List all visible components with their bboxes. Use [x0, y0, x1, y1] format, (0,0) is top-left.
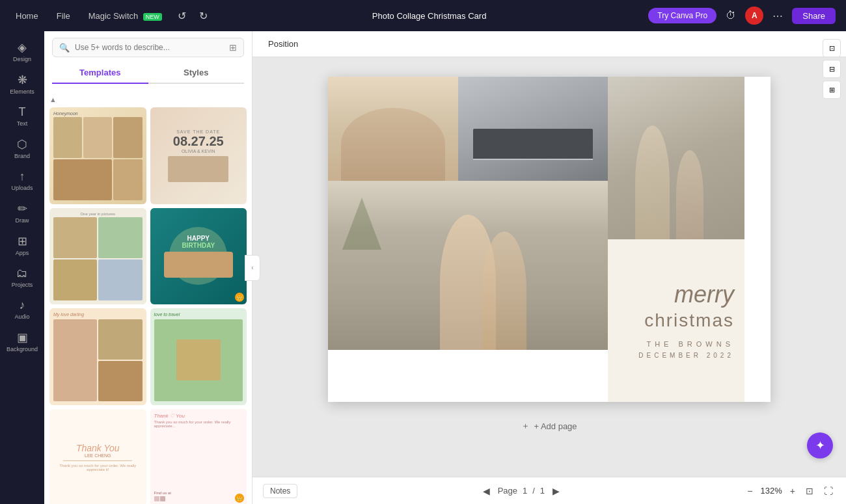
- text-icon: T: [19, 105, 26, 119]
- panel-wrapper: 🔍 ⊞ Templates Styles ▲ Honeymoo: [44, 31, 252, 504]
- panel-header: 🔍 ⊞ Templates Styles: [44, 31, 252, 88]
- sidebar-item-brand[interactable]: ⬡ Brand: [3, 133, 42, 163]
- uploads-icon: ↑: [20, 170, 25, 183]
- template-item[interactable]: Thank ♡ You Thank you so much for your o…: [150, 409, 247, 505]
- template-item[interactable]: love to travel: [150, 308, 247, 405]
- bottom-right: − 132% + ⊡ ⛶: [744, 483, 836, 499]
- top-bar: Home File Magic Switch NEW ↺ ↻ Photo Col…: [0, 0, 846, 31]
- top-bar-left: Home File Magic Switch NEW ↺ ↻: [10, 7, 210, 25]
- canvas-side-actions: ⊡ ⊟ ⊞: [823, 57, 841, 99]
- sidebar-item-design[interactable]: ◈ Design: [3, 36, 42, 66]
- right-column: merry christmas THE BROWNS DECEMBER 2022: [608, 77, 744, 402]
- magic-switch-button[interactable]: Magic Switch NEW: [83, 8, 167, 23]
- main-layout: ◈ Design ❋ Elements T Text ⬡ Brand ↑ Upl…: [0, 31, 846, 504]
- sidebar-item-background[interactable]: ▣ Background: [3, 326, 42, 356]
- sidebar-item-uploads[interactable]: ↑ Uploads: [3, 166, 42, 195]
- panel-tabs: Templates Styles: [52, 62, 244, 84]
- notes-button[interactable]: Notes: [263, 484, 297, 498]
- canvas-toolbar: Position: [252, 31, 846, 57]
- brand-icon: ⬡: [17, 137, 27, 152]
- canvas-pages: merry christmas THE BROWNS DECEMBER 2022…: [328, 77, 771, 440]
- background-icon: ▣: [17, 330, 28, 345]
- page-current: 1: [523, 486, 527, 496]
- next-page-button[interactable]: ▶: [550, 483, 562, 499]
- fullscreen-button[interactable]: ⛶: [821, 483, 836, 499]
- prev-page-button[interactable]: ◀: [480, 483, 493, 499]
- template-item[interactable]: Thank You LEE CHENG Thank you so much fo…: [49, 409, 146, 505]
- draw-icon: ✏: [18, 202, 27, 216]
- avatar: A: [745, 7, 763, 25]
- sidebar-item-text[interactable]: T Text: [3, 101, 42, 131]
- sidebar-item-draw[interactable]: ✏ Draw: [3, 198, 42, 228]
- bottom-toolbar: Notes ◀ Page 1 / 1 ▶ − 132% + ⊡ ⛶: [252, 477, 846, 504]
- photo-right-top: [608, 77, 744, 239]
- template-item[interactable]: My love darling: [49, 308, 146, 405]
- tab-styles[interactable]: Styles: [148, 62, 245, 84]
- home-button[interactable]: Home: [10, 8, 44, 23]
- search-input[interactable]: [75, 43, 224, 52]
- hide-panel-button[interactable]: ‹: [245, 255, 260, 281]
- elements-icon: ❋: [18, 73, 27, 87]
- design-title: Photo Collage Christmas Card: [372, 11, 487, 21]
- share-button[interactable]: Share: [792, 8, 836, 24]
- template-item[interactable]: SAVE THE DATE 08.27.25 OLIVIA & KEVIN: [150, 107, 247, 204]
- design-icon: ◈: [18, 40, 27, 55]
- premium-badge: 👑: [235, 293, 244, 302]
- sidebar-item-apps[interactable]: ⊞ Apps: [3, 230, 42, 260]
- more-button[interactable]: ⋯: [770, 7, 785, 25]
- search-bar: 🔍 ⊞: [52, 38, 244, 57]
- redo-button[interactable]: ↻: [197, 7, 210, 25]
- search-settings-button[interactable]: ⊞: [229, 42, 237, 53]
- sidebar-item-audio[interactable]: ♪ Audio: [3, 295, 42, 324]
- fit-screen-button[interactable]: ⊡: [803, 483, 816, 499]
- canvas-area: Position ⊡ ⊟ ⊞: [252, 31, 846, 504]
- try-pro-button[interactable]: Try Canva Pro: [648, 8, 716, 23]
- card-canvas: merry christmas THE BROWNS DECEMBER 2022: [328, 77, 771, 402]
- audio-icon: ♪: [20, 298, 25, 312]
- tab-templates[interactable]: Templates: [52, 62, 148, 84]
- merry-text: merry: [618, 283, 734, 306]
- top-bar-right: Try Canva Pro ⏱ A ⋯ Share: [648, 7, 836, 25]
- canvas-scroll[interactable]: ⊡ ⊟ ⊞: [252, 57, 846, 477]
- search-icon: 🔍: [59, 43, 70, 53]
- projects-icon: 🗂: [16, 267, 28, 280]
- template-item[interactable]: Honeymoon: [49, 107, 146, 204]
- card-text-area: merry christmas THE BROWNS DECEMBER 2022: [608, 239, 744, 402]
- page-indicator: ◀ Page 1 / 1 ▶: [480, 483, 562, 499]
- panel-section-header: ▲: [49, 93, 247, 107]
- photo-christmas-tree: [328, 181, 608, 350]
- icon-sidebar: ◈ Design ❋ Elements T Text ⬡ Brand ↑ Upl…: [0, 31, 44, 504]
- page-separator: /: [532, 486, 535, 496]
- plus-icon: ＋: [521, 420, 530, 432]
- templates-panel: 🔍 ⊞ Templates Styles ▲ Honeymoo: [44, 31, 252, 504]
- template-grid-container: ▲ Honeymoon: [44, 88, 252, 504]
- bottom-left: Notes: [263, 484, 297, 498]
- canva-assistant-button[interactable]: ✦: [807, 432, 833, 458]
- position-button[interactable]: Position: [263, 36, 303, 51]
- magic-switch-badge: NEW: [143, 13, 162, 21]
- canvas-action-3[interactable]: ⊞: [823, 81, 841, 99]
- timer-button[interactable]: ⏱: [723, 7, 739, 24]
- apps-icon: ⊞: [18, 234, 27, 248]
- date-text: DECEMBER 2022: [618, 352, 734, 359]
- christmas-text: christmas: [618, 310, 734, 331]
- photo-piano: [458, 77, 608, 181]
- photo-family-sitting: [328, 77, 458, 181]
- template-grid: Honeymoon SAVE THE DAT: [49, 107, 247, 504]
- template-item[interactable]: One year in pictures: [49, 208, 146, 305]
- undo-button[interactable]: ↺: [175, 7, 189, 25]
- page-total: 1: [540, 486, 545, 496]
- file-button[interactable]: File: [51, 8, 75, 23]
- sidebar-item-elements[interactable]: ❋ Elements: [3, 69, 42, 99]
- family-name: THE BROWNS: [618, 340, 734, 348]
- page-label: Page: [498, 486, 517, 496]
- zoom-out-button[interactable]: −: [744, 483, 755, 499]
- canvas-action-2[interactable]: ⊟: [823, 60, 841, 78]
- zoom-in-button[interactable]: +: [787, 483, 798, 499]
- zoom-level: 132%: [761, 486, 782, 496]
- template-item[interactable]: HAPPY BIRTHDAY 👑: [150, 208, 247, 305]
- add-page-bar[interactable]: ＋ + Add page: [513, 412, 584, 440]
- premium-badge: 👑: [235, 494, 244, 503]
- sidebar-item-projects[interactable]: 🗂 Projects: [3, 263, 42, 292]
- photo-grid-left: [328, 77, 608, 402]
